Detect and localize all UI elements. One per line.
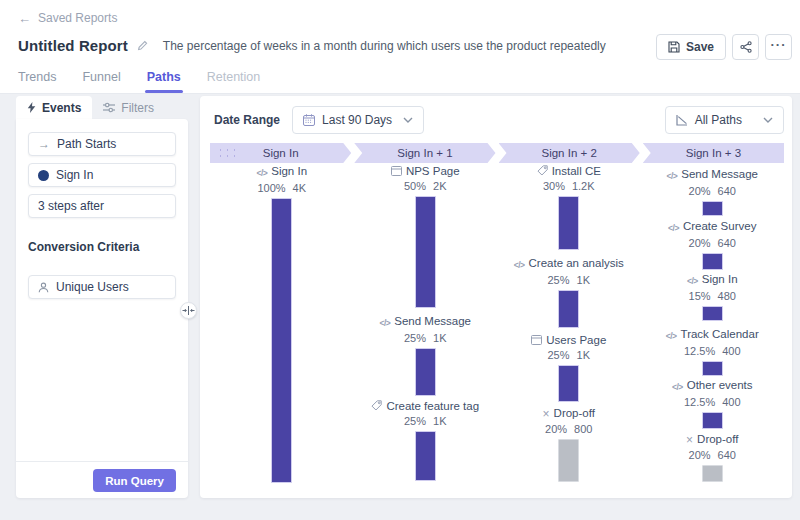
run-query-button[interactable]: Run Query [93,469,176,492]
node-bar[interactable] [702,361,723,376]
tab-trends[interactable]: Trends [16,70,58,93]
tab-paths[interactable]: Paths [145,70,183,93]
sidebar-tab-events[interactable]: Events [16,96,92,119]
share-button[interactable] [732,34,759,60]
path-node-create-survey[interactable]: </>Create Survey20%640 [641,220,785,270]
node-bar[interactable] [558,365,579,402]
path-step-header-1[interactable]: Sign In + 1 [354,143,495,163]
node-count: 1K [577,274,590,286]
node-count: 1.2K [572,180,595,192]
node-label: </>Track Calendar [641,328,785,343]
back-to-saved-reports-link[interactable]: ← Saved Reports [18,11,117,25]
save-button[interactable]: Save [656,34,726,60]
page-icon [391,166,402,176]
path-node-sign-in[interactable]: </>Sign In100%4K [210,165,354,483]
node-bar[interactable] [702,412,723,429]
card-path-starts[interactable]: →Path Starts [28,132,176,156]
path-step-header-0[interactable]: Sign In [210,143,351,163]
node-percent: 12.5% [684,345,715,357]
node-label: ×Drop-off [641,433,785,447]
path-node-send-message[interactable]: </>Send Message25%1K [354,315,498,396]
node-bar[interactable] [558,290,579,328]
tab-retention[interactable]: Retention [205,70,263,93]
node-bar[interactable] [558,439,579,482]
sidebar-resize-handle[interactable] [180,302,197,319]
card-sign-in[interactable]: Sign In [28,163,176,187]
path-column-3: </>Send Message20%640</>Create Survey20%… [641,165,785,490]
node-stats: 25%1K [497,349,641,361]
path-node-drop-off[interactable]: ×Drop-off20%640 [641,433,785,482]
node-name: Drop-off [554,407,595,419]
path-node-users-page[interactable]: Users Page25%1K [497,334,641,402]
card-label: Sign In [56,168,93,182]
path-node-other-events[interactable]: </>Other events12.5%400 [641,379,785,429]
path-step-header-3[interactable]: Sign In + 3 [643,143,784,163]
node-percent: 50% [404,180,426,192]
node-count: 640 [718,185,736,197]
path-step-header-2[interactable]: Sign In + 2 [499,143,640,163]
path-node-create-feature-tag[interactable]: Create feature tag25%1K [354,400,498,481]
drag-handle-dots-icon[interactable] [217,147,237,160]
node-percent: 15% [689,290,711,302]
paths-report-panel: Date Range Last 90 Days All Paths Sign I… [200,96,792,498]
sidebar-tab-label: Filters [121,101,154,115]
node-label: NPS Page [354,165,498,178]
node-bar[interactable] [702,306,723,321]
query-sidebar: EventsFilters →Path StartsSign In3 steps… [16,96,188,498]
node-count: 400 [722,345,740,357]
node-bar[interactable] [271,198,292,483]
node-bar[interactable] [558,196,579,250]
conversion-criteria-heading: Conversion Criteria [16,240,188,254]
page-title: Untitled Report [18,37,128,54]
node-stats: 12.5%400 [641,345,785,357]
code-icon: </> [666,169,677,183]
sidebar-body: →Path StartsSign In3 steps after Convers… [16,119,188,498]
sidebar-tab-filters[interactable]: Filters [92,96,165,119]
more-options-button[interactable]: ··· [765,34,792,60]
date-range-dropdown[interactable]: Last 90 Days [292,106,424,134]
node-count: 1K [577,349,590,361]
node-count: 800 [574,423,592,435]
path-node-install-ce[interactable]: Install CE30%1.2K [497,165,641,250]
node-bar[interactable] [702,253,723,270]
tag-icon [537,165,548,176]
path-column-0: </>Sign In100%4K [210,165,354,490]
code-icon: </> [256,166,267,180]
node-name: NPS Page [406,165,460,177]
all-paths-dropdown[interactable]: All Paths [665,106,784,134]
report-tabs: TrendsFunnelPathsRetention [16,70,262,93]
path-node-sign-in[interactable]: </>Sign In15%480 [641,273,785,321]
chevron-down-icon [763,117,773,123]
tab-funnel[interactable]: Funnel [80,70,122,93]
node-bar[interactable] [415,431,436,481]
node-name: Install CE [552,165,601,177]
node-stats: 50%2K [354,180,498,192]
node-label: Install CE [497,165,641,178]
path-node-nps-page[interactable]: NPS Page50%2K [354,165,498,308]
node-stats: 20%640 [641,185,785,197]
sidebar-tabs: EventsFilters [16,96,188,119]
code-icon: </> [668,221,679,235]
tag-icon [371,400,382,411]
date-range-label: Date Range [214,113,280,127]
path-node-send-message[interactable]: </>Send Message20%640 [641,168,785,216]
node-stats: 25%1K [354,415,498,427]
node-stats: 20%640 [641,449,785,461]
node-bar[interactable] [415,348,436,396]
edit-title-button[interactable] [137,40,148,51]
path-node-track-calendar[interactable]: </>Track Calendar12.5%400 [641,328,785,376]
code-icon: </> [379,316,390,330]
node-bar[interactable] [702,465,723,482]
node-label: </>Sign In [641,273,785,288]
node-bar[interactable] [702,201,723,216]
card-3-steps-after[interactable]: 3 steps after [28,194,176,218]
path-step-headers: Sign InSign In + 1Sign In + 2Sign In + 3 [210,143,784,163]
save-button-label: Save [686,40,714,54]
path-node-create-an-analysis[interactable]: </>Create an analysis25%1K [497,257,641,328]
card-unique-users[interactable]: Unique Users [28,275,176,299]
path-step-header-label: Sign In + 1 [397,147,452,159]
sidebar-footer: Run Query [16,461,188,498]
node-percent: 20% [689,185,711,197]
path-node-drop-off[interactable]: ×Drop-off20%800 [497,407,641,482]
node-bar[interactable] [415,196,436,308]
